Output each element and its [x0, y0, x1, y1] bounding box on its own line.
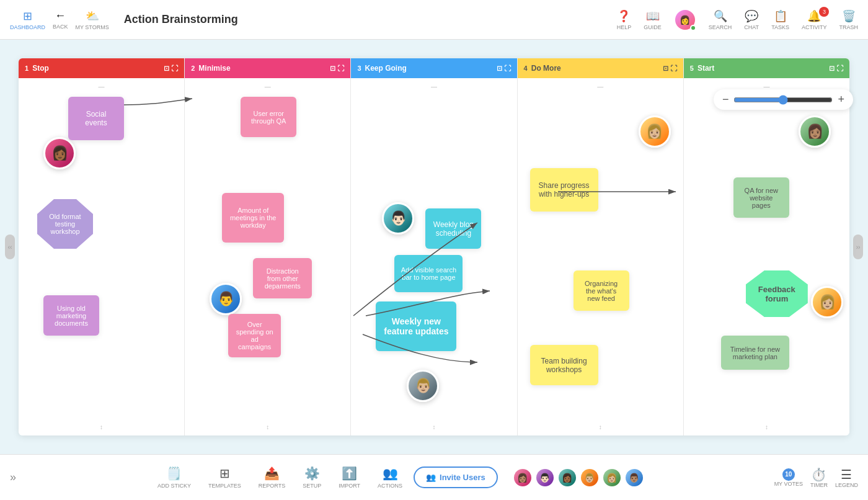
column-keepgoing: 3 Keep Going ⊡ ⛶ 👨🏻 Weekly blog scheduli…: [351, 58, 517, 435]
avatar-col3-1: 👨🏻: [382, 202, 414, 234]
help-button[interactable]: ❓ HELP: [617, 9, 632, 30]
import-icon: ⬆️: [342, 466, 357, 481]
col3-scroll: ↕: [433, 424, 436, 431]
search-button[interactable]: 🔍 SEARCH: [709, 9, 732, 30]
back-button[interactable]: ← BACK: [53, 9, 68, 30]
tasks-button[interactable]: 📋 TASKS: [771, 9, 789, 30]
col2-num: 2: [191, 65, 195, 72]
back-label: BACK: [53, 24, 68, 30]
sticky-weekly-new[interactable]: Weekly new feature updates: [376, 301, 456, 351]
col3-scroll-top: —: [431, 83, 437, 90]
column-stop-body: 👩🏾 Social events Old format testing work…: [19, 78, 184, 435]
avatar-col5-2: 👩🏼: [811, 286, 843, 318]
user-avatar[interactable]: 👩: [674, 9, 696, 31]
zoom-bar: − +: [714, 89, 853, 110]
search-icon: 🔍: [714, 9, 727, 23]
column-domore: 4 Do More ⊡ ⛶ 👩🏼 Share progress with hig…: [518, 58, 684, 435]
toolbar-right: ❓ HELP 📖 GUIDE 👩 🔍 SEARCH 💬 CHAT 📋 TASKS…: [617, 9, 858, 31]
bottom-right: 10 MY VOTES ⏱️ TIMER ☰ LEGEND: [774, 467, 858, 488]
add-sticky-button[interactable]: 🗒️ ADD STICKY: [151, 462, 197, 493]
activity-button[interactable]: 🔔 ACTIVITY 3: [802, 9, 827, 30]
templates-button[interactable]: ⊞ TEMPLATES: [202, 462, 247, 493]
col2-title: Minimise: [198, 64, 330, 73]
chat-icon: 💬: [745, 9, 758, 23]
avatar-col3-2: 👨🏼: [407, 370, 439, 402]
zoom-slider[interactable]: [733, 95, 833, 105]
column-keepgoing-header: 3 Keep Going ⊡ ⛶: [351, 58, 516, 78]
invite-label: Invite Users: [440, 473, 485, 482]
sticky-weekly-blog[interactable]: Weekly blog scheduling: [425, 208, 481, 249]
actions-button[interactable]: 👥 ACTIONS: [371, 462, 409, 493]
sticky-organizing[interactable]: Organizing the what's new feed: [574, 270, 629, 311]
column-stop: 1 Stop ⊡ ⛶ 👩🏾 Social events Old format t…: [19, 58, 185, 435]
sticky-timeline-new[interactable]: Timeline for new marketing plan: [721, 336, 789, 370]
col1-title: Stop: [32, 64, 164, 73]
mystorms-icon: ⛅: [86, 9, 99, 23]
col4-icons: ⊡ ⛶: [663, 65, 677, 73]
import-button[interactable]: ⬆️ IMPORT: [332, 462, 366, 493]
chat-label: CHAT: [744, 24, 759, 30]
setup-button[interactable]: ⚙️ SETUP: [296, 462, 327, 493]
legend-button[interactable]: ☰ LEGEND: [835, 467, 858, 488]
sticky-user-error[interactable]: User error through QA: [241, 97, 296, 137]
zoom-out-button[interactable]: −: [722, 93, 729, 106]
bottom-avatars: 👩🏽 👨🏻 👩🏾 👨🏼 👩🏼 👨🏽: [513, 468, 644, 488]
column-start: 5 Start ⊡ ⛶ 👩🏽 QA for new website pages …: [684, 58, 849, 435]
votes-badge: 10: [782, 468, 795, 481]
sticky-feedback-forum[interactable]: Feedback forum: [746, 270, 808, 317]
scroll-left-handle[interactable]: ‹‹: [5, 234, 15, 259]
sticky-old-format[interactable]: Old format testing workshop: [37, 199, 93, 249]
bottom-avatar-3: 👩🏾: [557, 468, 577, 488]
help-icon: ❓: [617, 9, 631, 23]
sticky-team-building[interactable]: Team building workshops: [530, 345, 598, 385]
scroll-right-handle[interactable]: ››: [853, 234, 863, 259]
bottom-avatar-5: 👩🏼: [602, 468, 622, 488]
legend-icon: ☰: [841, 467, 852, 482]
invite-icon: 👥: [426, 473, 436, 482]
bottom-toolbar: » 🗒️ ADD STICKY ⊞ TEMPLATES 📤 REPORTS ⚙️…: [0, 454, 868, 500]
col4-title: Do More: [531, 64, 663, 73]
columns-container: 1 Stop ⊡ ⛶ 👩🏾 Social events Old format t…: [19, 58, 849, 435]
templates-label: TEMPLATES: [208, 483, 241, 489]
chevron-left-button[interactable]: »: [10, 471, 16, 484]
reports-button[interactable]: 📤 REPORTS: [252, 462, 291, 493]
sticky-over-spending[interactable]: Over spending on ad campaigns: [228, 314, 281, 357]
sticky-distraction[interactable]: Distraction from other deparments: [253, 258, 312, 298]
col2-icons: ⊡ ⛶: [330, 65, 344, 73]
mystorms-button[interactable]: ⛅ MY STORMS: [76, 9, 109, 30]
column-domore-body: 👩🏼 Share progress with higher-ups Organi…: [518, 78, 683, 435]
sticky-using-old[interactable]: Using old marketing documents: [43, 295, 99, 336]
col3-title: Keep Going: [365, 64, 497, 73]
col4-scroll-top: —: [597, 83, 603, 90]
column-domore-header: 4 Do More ⊡ ⛶: [518, 58, 683, 78]
bottom-avatar-1: 👩🏽: [513, 468, 533, 488]
my-votes-button[interactable]: 10 MY VOTES: [774, 468, 803, 487]
timer-button[interactable]: ⏱️ TIMER: [810, 467, 828, 488]
sticky-add-visible[interactable]: Add visible search bar to home page: [394, 255, 463, 292]
column-minimise-body: User error through QA Amount of meetings…: [185, 78, 350, 435]
activity-badge: 3: [819, 7, 829, 17]
sticky-qa-new[interactable]: QA for new website pages: [733, 177, 789, 218]
col3-num: 3: [357, 65, 361, 72]
col2-scroll: ↕: [266, 424, 269, 431]
sticky-amount-meetings[interactable]: Amount of meetings in the workday: [222, 193, 284, 243]
chat-button[interactable]: 💬 CHAT: [744, 9, 759, 30]
timer-label: TIMER: [810, 482, 828, 488]
trash-button[interactable]: 🗑️ TRASH: [839, 9, 858, 30]
sticky-share-progress[interactable]: Share progress with higher-ups: [530, 168, 598, 212]
column-stop-header: 1 Stop ⊡ ⛶: [19, 58, 184, 78]
col4-num: 4: [524, 65, 528, 72]
tasks-label: TASKS: [771, 24, 789, 30]
column-minimise: 2 Minimise ⊡ ⛶ User error through QA Amo…: [185, 58, 351, 435]
dashboard-button[interactable]: ⊞ DASHBOARD: [10, 9, 45, 30]
col5-num: 5: [690, 65, 694, 72]
reports-icon: 📤: [264, 466, 280, 481]
zoom-in-button[interactable]: +: [838, 93, 844, 106]
bottom-center: 🗒️ ADD STICKY ⊞ TEMPLATES 📤 REPORTS ⚙️ S…: [31, 462, 774, 493]
actions-icon: 👥: [383, 466, 398, 481]
col4-scroll: ↕: [599, 424, 602, 431]
guide-button[interactable]: 📖 GUIDE: [644, 9, 662, 30]
sticky-social-events[interactable]: Social events: [68, 97, 124, 140]
invite-users-button[interactable]: 👥 Invite Users: [414, 467, 498, 488]
col1-scroll: ↕: [100, 424, 103, 431]
